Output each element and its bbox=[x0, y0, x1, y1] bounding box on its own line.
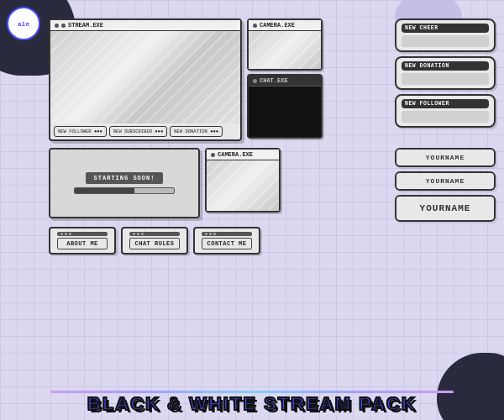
nametag-2: YOURNAME bbox=[395, 171, 496, 191]
panel-dot-3c bbox=[213, 233, 216, 235]
starting-label: STARTING SOON! bbox=[86, 172, 164, 184]
chat-titlebar: CHAT.EXE bbox=[249, 76, 321, 87]
starting-inner: STARTING SOON! bbox=[50, 150, 198, 217]
starting-window: STARTING SOON! bbox=[49, 148, 200, 218]
win-dot-1 bbox=[55, 24, 59, 28]
panel-dot-1b bbox=[65, 233, 67, 235]
alert-follower-label: NEW FOLLOWER ●●● bbox=[58, 129, 102, 134]
panel-dot-3b bbox=[209, 233, 212, 235]
alert-subscriber-label: NEW SUBSCRIBER ●●● bbox=[113, 129, 163, 134]
progress-fill bbox=[75, 188, 134, 193]
nametags-column: YOURNAME YOURNAME YOURNAME bbox=[395, 148, 496, 222]
alert-cheer-title: NEW CHEER bbox=[402, 24, 489, 33]
bot-cam-screen bbox=[207, 160, 279, 211]
alert-donation: NEW DONATION ●●● bbox=[170, 126, 223, 137]
bot-cam-lines bbox=[207, 160, 279, 211]
bot-cam-titlebar: CAMERA.EXE bbox=[207, 150, 279, 160]
alerts-column: NEW CHEER NEW DONATION NEW FOLLOWER bbox=[395, 18, 496, 128]
panel-top-dots-2 bbox=[129, 232, 180, 236]
nametag-3: YOURNAME bbox=[395, 195, 496, 222]
alert-cheer-body bbox=[402, 35, 489, 47]
cam-chat-column: CAMERA.EXE CHAT.EXE bbox=[247, 18, 323, 139]
panel-top-dots-1 bbox=[57, 232, 108, 236]
alert-follower-title: NEW FOLLOWER bbox=[402, 99, 489, 108]
alert-panel-cheer: NEW CHEER bbox=[395, 18, 496, 52]
panel-top-dots-3 bbox=[202, 232, 252, 236]
panel-chat-rules: CHAT RULES bbox=[121, 227, 188, 255]
screen-lines bbox=[50, 31, 240, 123]
chat-window: CHAT.EXE bbox=[247, 74, 323, 139]
camera-title: CAMERA.EXE bbox=[260, 22, 295, 29]
chat-title: CHAT.EXE bbox=[260, 77, 288, 84]
bot-cam-dot bbox=[211, 153, 215, 157]
alert-follower-body bbox=[402, 111, 489, 123]
camera-window-top: CAMERA.EXE bbox=[247, 18, 323, 71]
stream-titlebar: STREAM.EXE bbox=[50, 20, 240, 31]
cam-screen-lines bbox=[249, 31, 321, 69]
panel-about-label: ABOUT ME bbox=[57, 238, 108, 249]
alert-panel-donation: NEW DONATION bbox=[395, 56, 496, 90]
alert-donation-body bbox=[402, 73, 489, 85]
panel-contact-me: CONTACT ME bbox=[193, 227, 260, 255]
panel-dot-2b bbox=[137, 233, 139, 235]
camera-titlebar: CAMERA.EXE bbox=[249, 20, 321, 31]
bot-cam-title: CAMERA.EXE bbox=[218, 151, 253, 158]
logo-text: ale bbox=[18, 20, 29, 28]
alert-follower: NEW FOLLOWER ●●● bbox=[54, 126, 107, 137]
camera-screen bbox=[249, 31, 321, 69]
title-area: BLACK & WHITE STREAM PACK bbox=[0, 391, 504, 415]
progress-bar bbox=[74, 187, 175, 194]
panel-contact-label: CONTACT ME bbox=[202, 238, 252, 249]
panel-dot-1a bbox=[60, 233, 63, 235]
camera-window-bottom: CAMERA.EXE bbox=[205, 148, 281, 213]
panel-dot-1c bbox=[69, 233, 71, 235]
stream-screen bbox=[50, 31, 240, 123]
panel-about-me: ABOUT ME bbox=[49, 227, 116, 255]
stream-title: STREAM.EXE bbox=[68, 22, 103, 29]
alert-subscriber: NEW SUBSCRIBER ●●● bbox=[109, 126, 167, 137]
panel-chat-label: CHAT RULES bbox=[129, 238, 180, 249]
stream-window: STREAM.EXE NEW FOLLOWER ●●● NEW SUBSCRIB… bbox=[49, 18, 242, 141]
alert-donation-title: NEW DONATION bbox=[402, 61, 489, 71]
logo: ale bbox=[7, 7, 40, 40]
alert-donation-label: NEW DONATION ●●● bbox=[174, 129, 218, 134]
chat-dot-1 bbox=[253, 79, 257, 83]
panel-dot-3a bbox=[205, 233, 207, 235]
chat-body bbox=[249, 87, 321, 137]
win-dot-2 bbox=[61, 24, 66, 28]
nametag-1: YOURNAME bbox=[395, 148, 496, 167]
panel-dot-2a bbox=[133, 233, 135, 235]
main-title: BLACK & WHITE STREAM PACK bbox=[87, 393, 417, 415]
cam-dot-1 bbox=[253, 24, 257, 28]
stream-alerts-row: NEW FOLLOWER ●●● NEW SUBSCRIBER ●●● NEW … bbox=[50, 123, 240, 139]
panel-dot-2c bbox=[141, 233, 144, 235]
alert-panel-follower: NEW FOLLOWER bbox=[395, 94, 496, 128]
